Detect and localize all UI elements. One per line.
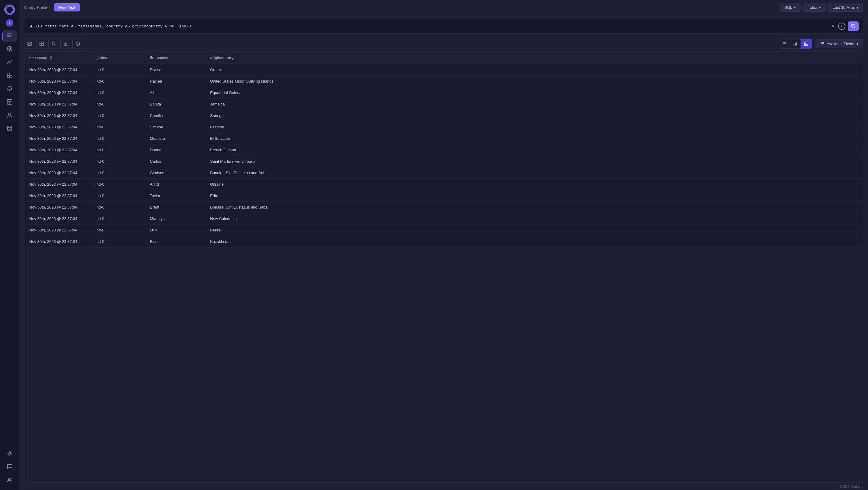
cell-_index: ind-0	[91, 213, 145, 225]
grid-view-button[interactable]	[36, 39, 47, 49]
table-row: Nov 30th, 2023 @ 22:37:04ind-0OlinBelize	[24, 225, 863, 236]
table-row: Nov 30th, 2023 @ 22:37:04ind-0MadelynNew…	[24, 213, 863, 225]
cell-_index: ind-0	[91, 76, 145, 87]
sql-label: SQL	[784, 5, 792, 10]
cell-origincountry: Bonaire, Sint Eustatius and Saba	[205, 167, 863, 179]
sidebar-item-profile[interactable]	[2, 110, 17, 122]
search-clear-button[interactable]: ×	[831, 24, 836, 29]
cell-origincountry: Bonaire, Sint Eustatius and Saba	[205, 202, 863, 213]
svg-point-23	[8, 478, 10, 480]
results-table-container[interactable]: timestamp _index firstnames origincountr…	[24, 51, 863, 483]
toolbar: Available Fields ▾	[19, 37, 868, 51]
time-range-button[interactable]: Last 30 Mins ▾	[828, 3, 863, 12]
cell-origincountry: El Salvador	[205, 133, 863, 144]
svg-rect-4	[7, 35, 11, 36]
metrics-nav-icon	[7, 46, 13, 53]
svg-line-26	[854, 27, 855, 28]
list-view-button[interactable]	[779, 39, 790, 48]
sidebar-item-dashboards[interactable]	[2, 70, 17, 82]
svg-rect-33	[42, 44, 43, 45]
cell-timestamp: Nov 30th, 2023 @ 22:37:04	[24, 76, 91, 87]
index-button[interactable]: Index ▾	[803, 3, 826, 12]
table-row: Nov 30th, 2023 @ 22:37:04ind-0CamilleSen…	[24, 110, 863, 122]
table-row: Nov 30th, 2023 @ 22:37:04ind-0AlbaEquato…	[24, 87, 863, 99]
cell-_index: ind-0	[91, 225, 145, 236]
sidebar-item-metrics[interactable]	[2, 43, 17, 56]
cell-firstnames: Madelyn	[145, 213, 205, 225]
search-bar: × i	[24, 19, 863, 34]
cell-firstnames: Carlos	[145, 156, 205, 167]
cell-_index: ind-0	[91, 144, 145, 156]
cell-firstnames: Elyssa	[145, 64, 205, 76]
sort-icon	[50, 55, 53, 59]
cell-origincountry: Lesotho	[205, 122, 863, 133]
sidebar-item-settings[interactable]	[2, 448, 17, 460]
svg-point-39	[78, 42, 78, 43]
svg-rect-3	[7, 33, 12, 34]
cell-origincountry: Kazakhstan	[205, 236, 863, 248]
time-chevron-icon: ▾	[857, 5, 859, 10]
cell-firstnames: Olin	[145, 225, 205, 236]
cell-timestamp: Nov 30th, 2023 @ 22:37:04	[24, 64, 91, 76]
cell-origincountry: Oman	[205, 64, 863, 76]
table-row: Nov 30th, 2023 @ 22:37:04ind-0DonnaFrenc…	[24, 144, 863, 156]
col-header-firstnames[interactable]: firstnames	[145, 52, 205, 64]
save-button[interactable]	[24, 39, 35, 49]
widgets-nav-icon	[7, 99, 13, 106]
results-table: timestamp _index firstnames origincountr…	[24, 52, 863, 248]
sidebar-item-charts[interactable]	[2, 57, 17, 69]
profile-nav-icon	[7, 112, 13, 119]
available-fields-chevron-icon: ▾	[857, 41, 859, 46]
table-header-row: timestamp _index firstnames origincountr…	[24, 52, 863, 64]
table-row: Nov 30th, 2023 @ 22:37:04ind-0GladyceBon…	[24, 167, 863, 179]
info-button[interactable]	[72, 39, 83, 49]
search-input[interactable]	[29, 24, 828, 29]
query-builder-label: Query Builder	[24, 5, 50, 10]
sql-button[interactable]: SQL ▾	[780, 3, 801, 12]
free-text-button[interactable]: Free Text	[54, 3, 81, 11]
view-toggle	[779, 39, 812, 49]
cell-timestamp: Nov 30th, 2023 @ 22:37:04	[24, 225, 91, 236]
sidebar-item-alerts[interactable]	[2, 83, 17, 95]
cell-_index: ind-0	[91, 167, 145, 179]
svg-rect-43	[794, 44, 795, 45]
sidebar-item-storage[interactable]	[2, 123, 17, 135]
alert-button[interactable]	[48, 39, 59, 49]
cell-firstnames: Donna	[145, 144, 205, 156]
cell-timestamp: Nov 30th, 2023 @ 22:37:04	[24, 99, 91, 110]
svg-rect-12	[7, 73, 9, 75]
svg-rect-32	[40, 44, 41, 45]
cell-firstnames: Modesto	[145, 133, 205, 144]
cell-firstnames: Gladyce	[145, 167, 205, 179]
svg-rect-31	[42, 42, 43, 43]
sidebar-item-logs[interactable]	[2, 30, 17, 42]
col-header-origincountry[interactable]: origincountry	[205, 52, 863, 64]
cell-timestamp: Nov 30th, 2023 @ 22:37:04	[24, 202, 91, 213]
col-header-timestamp[interactable]: timestamp	[24, 52, 91, 64]
sidebar-item-widgets[interactable]	[2, 96, 17, 108]
sidebar-item-chat[interactable]	[2, 461, 17, 473]
cell-timestamp: Nov 30th, 2023 @ 22:37:04	[24, 156, 91, 167]
available-fields-button[interactable]: Available Fields ▾	[815, 39, 863, 48]
search-submit-button[interactable]	[848, 22, 859, 31]
svg-point-7	[9, 48, 10, 50]
table-view-button[interactable]	[801, 39, 812, 48]
cell-origincountry: French Guiana	[205, 144, 863, 156]
download-button[interactable]	[60, 39, 71, 49]
topbar-left: Query Builder Free Text	[24, 3, 776, 11]
table-row: Nov 30th, 2023 @ 22:37:04ind-0BonitaJama…	[24, 99, 863, 110]
index-label: Index	[807, 5, 817, 10]
charts-nav-icon	[7, 59, 13, 66]
table-row: Nov 30th, 2023 @ 22:37:04ind-0ModestoEl …	[24, 133, 863, 144]
sidebar-toggle-btn[interactable]: ›	[6, 19, 13, 27]
chart-view-button[interactable]	[790, 39, 801, 48]
cell-_index: ind-0	[91, 190, 145, 202]
cell-timestamp: Nov 30th, 2023 @ 22:37:04	[24, 144, 91, 156]
col-header-index[interactable]: _index	[91, 52, 145, 64]
sidebar-item-users[interactable]	[2, 474, 17, 486]
cell-firstnames: Brent	[145, 202, 205, 213]
cell-origincountry: Belize	[205, 225, 863, 236]
svg-rect-5	[7, 36, 11, 37]
search-info-button[interactable]: i	[838, 23, 845, 30]
cell-origincountry: New Caledonia	[205, 213, 863, 225]
